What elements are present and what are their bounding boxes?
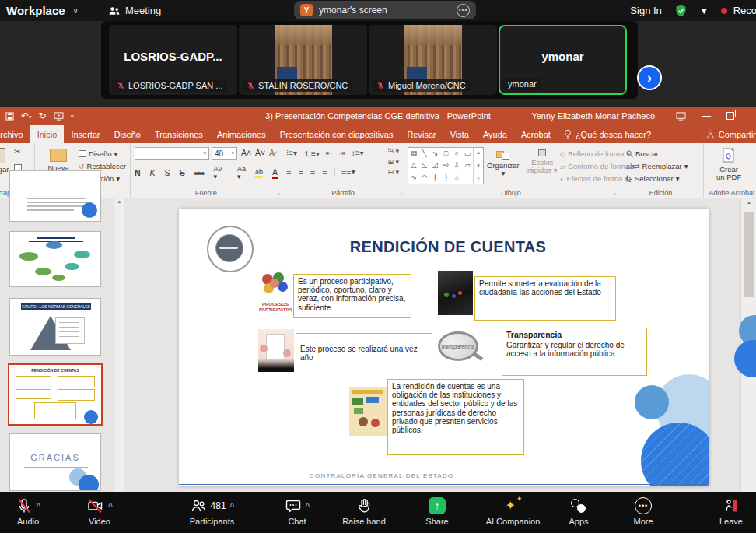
underline-button[interactable]: S [165,168,170,177]
create-pdf-button[interactable]: Crear un PDF [716,148,741,181]
grow-font-button[interactable]: A˄ [241,148,251,157]
slideshow-icon[interactable] [54,112,64,121]
highlight-color-button[interactable]: ab [255,168,263,178]
undo-icon[interactable]: ↶▾ [21,110,32,121]
reset-slide-button[interactable]: ↺Restablecer [79,162,126,170]
minimize-button[interactable]: — [702,110,711,121]
slide-thumbnail-2[interactable] [9,231,101,287]
tab-diseno[interactable]: Diseño [107,125,148,143]
thumbnail-scrollbar[interactable]: ▴ [114,198,124,492]
bold-button[interactable]: N [135,168,141,177]
raise-hand-button[interactable]: Raise hand [333,496,395,526]
italic-button[interactable]: K [150,168,156,177]
cut-button[interactable]: ✂ [14,147,20,156]
slide-thumbnail-1[interactable] [9,170,101,222]
numbering-button[interactable]: ⒈≡▾ [303,149,320,160]
columns-button[interactable]: ≡≡▾ [334,167,355,177]
chevron-down-icon[interactable]: ∨ [73,6,79,15]
interpretation-icon[interactable]: ▼ [700,6,709,16]
chat-options-chevron[interactable]: ^ [306,502,310,510]
align-left-button[interactable]: ≡ [286,167,291,177]
slide-textbox-2[interactable]: Permite someter a evaluación de la ciuda… [474,276,616,321]
line-spacing-button[interactable]: ↕≡▾ [352,149,364,160]
change-case-button[interactable]: Aa ▾ [237,165,246,181]
tab-ayuda[interactable]: Ayuda [476,125,514,143]
video-tile-ymonar-active[interactable]: ymonar ymonar [499,25,627,95]
ai-companion-button[interactable]: ✦✦ AI Companion [476,496,550,526]
tab-archivo[interactable]: Archivo [0,125,30,143]
tab-revisar[interactable]: Revisar [400,125,443,143]
subscript-button[interactable]: abc [194,170,205,177]
tab-insertar[interactable]: Insertar [64,125,107,143]
tab-acrobat[interactable]: Acrobat [514,125,558,143]
dialog-launcher-icon[interactable]: ⌟ [277,189,280,196]
smartart-button[interactable]: ⊟ ▾ [387,168,399,176]
meeting-tab[interactable]: Meeting [108,5,161,16]
video-tile-stalin[interactable]: STALIN ROSERO/CNC [239,25,367,95]
sign-in-button[interactable]: Sign In [630,5,661,16]
slide-textbox-1[interactable]: Es un proceso participativo, periódico, … [293,274,411,318]
qat-customize-icon[interactable]: ▿ [71,113,74,120]
tab-vista[interactable]: Vista [443,125,476,143]
find-button[interactable]: Buscar [626,149,659,158]
tab-presentacion[interactable]: Presentación con diapositivas [273,125,401,143]
security-shield-icon[interactable] [674,4,688,18]
font-color-button[interactable]: A [272,167,278,179]
workspace-menu[interactable]: Workplace [6,4,65,17]
shapes-gallery[interactable]: ▤╲↘□○▭ △◺◿⇨⇩▱ ∿◠{}☆ ▴▾▿ [408,147,484,184]
slide-layout-button[interactable]: Diseño ▾ [79,149,117,158]
character-spacing-button[interactable]: AV↔ ▾ [214,165,228,181]
font-name-combo[interactable]: ▾ [135,147,209,160]
signed-in-user[interactable]: Yenny Elizabeth Monar Pacheco [531,111,655,121]
video-tile-miguel[interactable]: Miguel Moreno/CNC [369,25,497,95]
font-size-combo[interactable]: 40▾ [212,147,237,160]
strikethrough-button[interactable]: S [180,168,185,177]
bullets-button[interactable]: ⁝≡▾ [286,149,297,160]
display-settings-icon[interactable] [676,112,686,121]
share-button[interactable]: ↑ Share [414,496,460,526]
next-participants-button[interactable]: › [637,65,662,90]
audio-button[interactable]: ^ Audio [5,496,51,526]
chat-button[interactable]: ^ Chat [274,496,320,526]
arrange-button[interactable]: Organizar ▾ [487,149,520,177]
increase-indent-button[interactable]: ⇥ [338,149,345,160]
replace-button[interactable]: ab⇄ Reemplazar ▾ [626,162,688,170]
slide-canvas[interactable]: RENDICIÓN DE CUENTAS PROCESOS PARTICIPAT… [179,209,709,486]
video-options-chevron[interactable]: ^ [108,502,113,510]
slide-thumbnail-3[interactable]: GRUPO : LOS NORMAS GENERALES (4) [9,298,101,356]
align-center-button[interactable]: ≡ [298,167,303,177]
redo-icon[interactable]: ↻ [39,110,47,121]
participants-options-chevron[interactable]: ^ [230,502,235,510]
tab-transiciones[interactable]: Transiciones [148,125,210,143]
restore-button[interactable] [726,112,734,120]
more-button[interactable]: ••• More [621,496,665,526]
decrease-indent-button[interactable]: ⇤ [326,149,332,160]
quick-styles-button[interactable]: Estilos rápidos ▾ [527,149,558,174]
shared-screen-pill[interactable]: Y ymonar's screen ••• [294,1,476,19]
slide-thumbnail-4-selected[interactable]: RENDICIÓN DE CUENTAS [8,363,103,426]
paste-button[interactable]: Pegar [0,148,9,174]
more-options-icon[interactable]: ••• [457,4,470,17]
dialog-launcher-icon[interactable]: ⌟ [399,189,402,196]
leave-button[interactable]: Leave [709,496,753,526]
slide-textbox-3[interactable]: Este proceso se realizará una vez año [296,333,432,373]
shrink-font-button[interactable]: A˅ [255,148,265,157]
video-button[interactable]: ^ Video [76,496,123,526]
select-button[interactable]: Seleccionar ▾ [626,174,679,183]
share-button[interactable]: Compartir [706,125,756,143]
apps-button[interactable]: Apps [557,496,600,526]
text-direction-button[interactable]: ⦙A ▾ [387,147,399,156]
gallery-scrollbar[interactable]: ▴▾▿ [473,148,483,184]
tab-inicio[interactable]: Inicio [30,125,65,143]
dialog-launcher-icon[interactable]: ⌟ [613,189,616,196]
audio-options-chevron[interactable]: ^ [37,502,41,510]
shape-icons[interactable]: ▤╲↘□○▭ △◺◿⇨⇩▱ ∿◠{}☆ [408,148,473,184]
video-tile-losrios[interactable]: LOSRIOS-GADP... LOSRIOS-GADP SAN ... [109,25,237,95]
slide-textbox-4[interactable]: Transparencia Garantizar y regular el de… [502,328,647,376]
tab-animaciones[interactable]: Animaciones [210,125,273,143]
align-text-button[interactable]: ⊞ ▾ [387,158,399,166]
slide-thumbnail-5[interactable]: GRACIAS [9,433,101,491]
ppt-title-bar[interactable]: ↶▾ ↻ ▿ 3) Presentación Competencias CGE … [0,107,756,125]
justify-button[interactable]: ≡ [322,167,327,177]
clear-format-button[interactable]: A̷ [269,148,275,157]
